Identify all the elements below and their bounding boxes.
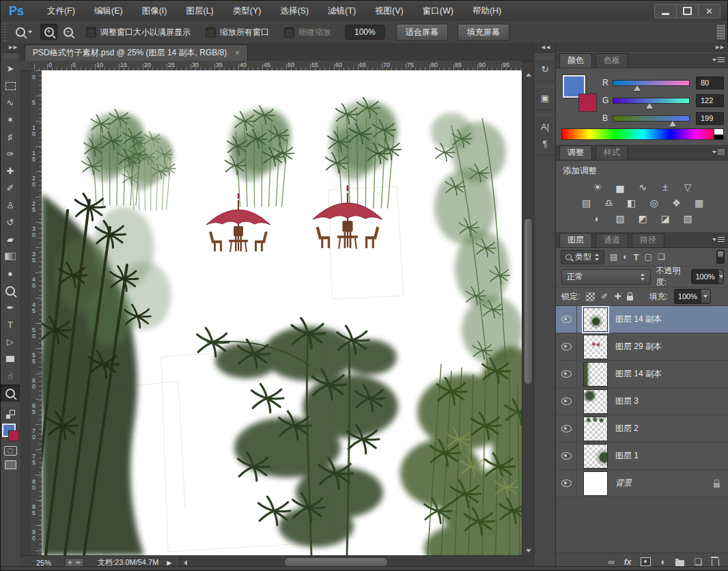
menu-window[interactable]: 窗口(W) [413,1,463,21]
new-group-icon[interactable] [675,560,684,566]
blue-slider-thumb[interactable] [669,121,676,126]
scroll-left-icon[interactable] [184,560,187,566]
zoom-all-windows-checkbox[interactable]: 缩放所有窗口 [206,27,269,38]
lock-position-icon[interactable]: ✚ [614,292,621,301]
path-selection-tool[interactable]: ▷ [1,333,20,350]
new-adjustment-layer-icon[interactable]: ◐ [660,557,666,566]
red-slider[interactable] [613,80,690,86]
clone-stamp-tool[interactable]: ♙ [1,197,20,214]
filter-type-layers-icon[interactable]: T [634,253,639,262]
menu-file[interactable]: 文件(F) [38,1,85,21]
lasso-tool[interactable]: ∿ [1,94,20,111]
black-white-icon[interactable]: ◧ [624,197,639,209]
layer-thumbnail[interactable] [583,335,608,359]
black-swatch[interactable] [714,135,723,139]
fill-dropdown-icon[interactable] [701,290,710,303]
eyedropper-tool[interactable]: ✑ [1,145,20,163]
paragraph-panel-icon[interactable]: ¶ [537,136,552,151]
layer-visibility-cell[interactable] [556,388,577,415]
blue-slider[interactable] [613,115,690,122]
white-swatch[interactable] [714,129,723,135]
history-brush-tool[interactable]: ↺ [1,214,20,231]
green-slider[interactable] [613,98,690,104]
zoom-out-button[interactable]: – [59,24,76,40]
menu-help[interactable]: 帮助(H) [463,1,511,21]
resize-window-checkbox[interactable]: 调整窗口大小以满屏显示 [86,27,191,38]
color-balance-icon[interactable]: ♎ [602,197,617,209]
dock-grip[interactable] [537,113,552,117]
menu-image[interactable]: 图像(I) [132,1,177,21]
layer-thumbnail[interactable] [583,471,608,496]
panel-menu-icon[interactable] [712,150,725,155]
eye-icon[interactable] [561,425,572,432]
tab-color[interactable]: 颜色 [559,53,592,68]
scroll-down-icon[interactable] [526,549,531,553]
eye-icon[interactable] [561,398,572,405]
menu-type[interactable]: 类型(Y) [223,1,271,21]
document-tab[interactable]: PSD格式竹子素材.psd @ 25% (图层 14 副本, RGB/8) × [25,44,248,61]
tab-paths[interactable]: 路径 [632,233,664,247]
screen-mode-button[interactable] [5,460,16,469]
hue-saturation-icon[interactable]: ▤ [579,197,594,209]
delete-layer-icon[interactable] [712,559,719,567]
rectangular-marquee-tool[interactable] [1,77,20,94]
dock-grip[interactable] [537,56,552,59]
layer-thumbnail[interactable] [583,362,608,387]
eraser-tool[interactable]: ▰ [1,231,20,248]
hand-tool[interactable]: ☝ [1,367,20,385]
panel-menu-icon[interactable] [712,57,725,63]
add-layer-mask-icon[interactable] [641,557,651,566]
panel-menu-icon[interactable] [712,237,725,242]
filter-pixel-layers-icon[interactable]: ▤ [610,253,617,261]
lock-image-pixels-icon[interactable]: ✐ [601,292,608,301]
layer-visibility-cell[interactable] [556,470,577,497]
color-lookup-icon[interactable]: ▦ [692,197,707,209]
collapse-tools-icon[interactable]: ►► [1,43,20,53]
tools-grip[interactable] [3,55,17,58]
canvas[interactable] [42,70,522,555]
zoom-tool[interactable] [1,385,20,402]
tab-styles[interactable]: 样式 [596,145,628,160]
layer-row[interactable]: 图层 29 副本 [556,333,728,361]
status-zoom-field[interactable]: 25% [36,559,51,567]
posterize-icon[interactable]: ▨ [613,212,628,225]
layer-name[interactable]: 图层 2 [615,423,639,434]
threshold-icon[interactable]: ◩ [635,212,650,225]
green-value-field[interactable]: 122 [696,94,724,107]
quick-mask-button[interactable] [4,446,17,456]
layer-effects-icon[interactable]: fx [624,558,632,566]
layer-name[interactable]: 图层 14 副本 [615,368,662,380]
zoom-100-button[interactable]: 100% [345,25,385,40]
lock-transparent-pixels-icon[interactable] [586,292,595,301]
opacity-dropdown-icon[interactable] [718,270,723,283]
dodge-tool[interactable] [1,282,20,299]
background-color-swatch[interactable] [578,94,597,112]
red-slider-thumb[interactable] [634,85,641,91]
zoom-tool-preset[interactable] [16,27,32,37]
layer-name[interactable]: 图层 29 副本 [615,341,662,352]
filter-adjustment-layers-icon[interactable]: ◐ [623,253,628,261]
channel-mixer-icon[interactable]: ❖ [669,197,684,209]
levels-icon[interactable]: ▅ [613,181,628,193]
layer-visibility-cell[interactable] [556,333,577,360]
workspace-switcher-icon[interactable] [716,24,726,40]
link-layers-icon[interactable]: ∞ [608,557,615,566]
menu-layer[interactable]: 图层(L) [176,1,223,21]
scroll-up-icon[interactable] [526,73,531,76]
layer-filter-toggle[interactable] [716,250,725,264]
layer-name[interactable]: 图层 1 [615,450,639,462]
tab-swatches[interactable]: 色板 [596,53,628,68]
green-slider-thumb[interactable] [646,103,653,109]
menu-filter[interactable]: 滤镜(T) [318,1,365,21]
layer-row[interactable]: 图层 14 副本 [556,306,728,333]
eye-icon[interactable] [561,479,572,487]
layer-row[interactable]: 图层 14 副本 [556,361,728,388]
fill-screen-button[interactable]: 填充屏幕 [458,24,509,41]
minimize-button[interactable] [655,5,677,18]
gradient-tool[interactable] [1,248,20,265]
blue-value-field[interactable]: 199 [696,112,724,125]
menu-view[interactable]: 视图(V) [365,1,413,21]
tab-close-icon[interactable]: × [235,49,239,57]
opacity-field[interactable]: 100% [691,269,724,284]
gradient-map-icon[interactable]: ◪ [658,212,673,225]
